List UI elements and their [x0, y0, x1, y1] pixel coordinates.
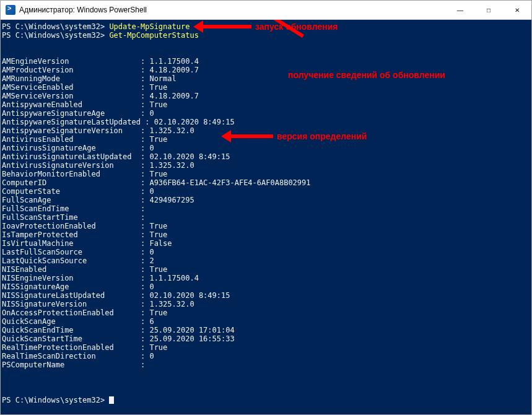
powershell-window: Администратор: Windows PowerShell — □ ✕ … [0, 0, 532, 415]
kv-row: ComputerID : A936FB64-E1AC-42F3-AFE4-6AF… [2, 178, 530, 187]
kv-key: LastQuickScanSource [2, 256, 87, 265]
kv-value: True [149, 222, 167, 230]
kv-key: OnAccessProtectionEnabled [2, 308, 114, 317]
kv-row: AMProductVersion : 4.18.2009.7 [2, 66, 530, 74]
close-button[interactable]: ✕ [503, 1, 531, 19]
kv-key: QuickScanAge [2, 317, 56, 326]
kv-value: 4.18.2009.7 [149, 66, 198, 74]
kv-key: NISEngineVersion [2, 274, 74, 282]
kv-row: AntivirusEnabled : True [2, 135, 530, 144]
cursor [109, 396, 114, 404]
kv-value: True [149, 83, 167, 92]
kv-key: LastFullScanSource [2, 248, 82, 256]
maximize-button[interactable]: □ [474, 1, 503, 19]
kv-value: 2 [149, 256, 154, 265]
kv-value: Normal [149, 74, 176, 83]
terminal[interactable]: PS C:\Windows\system32> Update-MpSignatu… [1, 20, 531, 414]
kv-row: LastQuickScanSource : 2 [2, 256, 530, 265]
kv-value: 0 [149, 352, 154, 360]
kv-key: QuickScanStartTime [2, 334, 82, 343]
kv-row: OnAccessProtectionEnabled : True [2, 308, 530, 317]
kv-value: True [149, 230, 167, 239]
kv-row: BehaviorMonitorEnabled : True [2, 170, 530, 178]
kv-value: 6 [149, 317, 154, 326]
kv-row: NISSignatureLastUpdated : 02.10.2020 8:4… [2, 291, 530, 300]
kv-value: 1.1.17500.4 [149, 274, 198, 282]
kv-key: NISEnabled [2, 265, 46, 274]
titlebar[interactable]: Администратор: Windows PowerShell — □ ✕ [1, 1, 531, 20]
kv-row: FullScanAge : 4294967295 [2, 196, 530, 204]
kv-row: AntivirusSignatureLastUpdated : 02.10.20… [2, 152, 530, 161]
kv-row: RealTimeProtectionEnabled : True [2, 343, 530, 352]
kv-row: FullScanStartTime : [2, 213, 530, 222]
kv-value: 1.1.17500.4 [149, 57, 198, 66]
prompt-line-1: PS C:\Windows\system32> [2, 22, 109, 31]
kv-row: LastFullScanSource : 0 [2, 248, 530, 256]
kv-row: IsTamperProtected : True [2, 230, 530, 239]
prompt-line-2: PS C:\Windows\system32> [2, 31, 109, 40]
kv-key: AntivirusSignatureLastUpdated [2, 152, 132, 161]
kv-key: RealTimeScanDirection [2, 352, 96, 360]
kv-row: IoavProtectionEnabled : True [2, 222, 530, 230]
kv-value: True [149, 135, 167, 144]
kv-value: 0 [149, 187, 154, 196]
kv-value: True [149, 100, 167, 109]
kv-row: AMRunningMode : Normal [2, 74, 530, 83]
powershell-icon [6, 5, 15, 15]
kv-value: 0 [149, 282, 154, 291]
kv-row: FullScanEndTime : [2, 204, 530, 213]
kv-key: AntispywareSignatureLastUpdated [2, 118, 141, 126]
command-update: Update-MpSignature [109, 22, 190, 31]
kv-key: FullScanAge [2, 196, 51, 204]
kv-key: AntivirusSignatureVersion [2, 161, 114, 170]
kv-key: FullScanEndTime [2, 204, 69, 213]
kv-row: NISSignatureAge : 0 [2, 282, 530, 291]
kv-value: 0 [149, 109, 154, 118]
kv-row: QuickScanEndTime : 25.09.2020 17:01:04 [2, 326, 530, 334]
kv-key: AntispywareSignatureVersion [2, 126, 123, 135]
kv-row: AntispywareEnabled : True [2, 100, 530, 109]
kv-row: QuickScanAge : 6 [2, 317, 530, 326]
kv-key: AMServiceEnabled [2, 83, 74, 92]
kv-key: QuickScanEndTime [2, 326, 74, 334]
kv-row: IsVirtualMachine : False [2, 239, 530, 248]
kv-key: AMEngineVersion [2, 57, 69, 66]
kv-row: AntivirusSignatureAge : 0 [2, 144, 530, 152]
kv-key: ComputerState [2, 187, 60, 196]
kv-row: AMServiceEnabled : True [2, 83, 530, 92]
prompt-line-3: PS C:\Windows\system32> [2, 396, 109, 404]
kv-key: AntispywareSignatureAge [2, 109, 105, 118]
kv-row: AntispywareSignatureAge : 0 [2, 109, 530, 118]
kv-value: True [149, 265, 167, 274]
kv-value: 1.325.32.0 [149, 126, 194, 135]
kv-row: AntivirusSignatureVersion : 1.325.32.0 [2, 161, 530, 170]
kv-value: A936FB64-E1AC-42F3-AFE4-6AF0A8B02991 [149, 178, 310, 187]
kv-row: NISSignatureVersion : 1.325.32.0 [2, 300, 530, 308]
kv-row: QuickScanStartTime : 25.09.2020 16:55:33 [2, 334, 530, 343]
kv-value: 4294967295 [149, 196, 194, 204]
minimize-button[interactable]: — [446, 1, 474, 19]
kv-row: RealTimeScanDirection : 0 [2, 352, 530, 360]
kv-key: NISSignatureLastUpdated [2, 291, 105, 300]
kv-value: False [149, 239, 172, 248]
kv-value: 0 [149, 144, 154, 152]
kv-value: 4.18.2009.7 [149, 92, 198, 100]
kv-key: IsVirtualMachine [2, 239, 74, 248]
kv-row: AntispywareSignatureLastUpdated : 02.10.… [2, 118, 530, 126]
kv-value: True [149, 170, 167, 178]
kv-key: IsTamperProtected [2, 230, 78, 239]
kv-key: FullScanStartTime [2, 213, 78, 222]
kv-key: AMRunningMode [2, 74, 60, 83]
kv-key: NISSignatureAge [2, 282, 69, 291]
kv-row: ComputerState : 0 [2, 187, 530, 196]
kv-value: 1.325.32.0 [149, 300, 194, 308]
window-controls: — □ ✕ [446, 1, 531, 19]
kv-row: AMEngineVersion : 1.1.17500.4 [2, 57, 530, 66]
kv-value: 25.09.2020 17:01:04 [149, 326, 234, 334]
kv-key: AMServiceVersion [2, 92, 74, 100]
command-getstatus: Get-MpComputerStatus [109, 31, 199, 40]
kv-row: NISEngineVersion : 1.1.17500.4 [2, 274, 530, 282]
kv-key: AntivirusSignatureAge [2, 144, 96, 152]
kv-row: NISEnabled : True [2, 265, 530, 274]
kv-value: 02.10.2020 8:49:15 [149, 152, 230, 161]
